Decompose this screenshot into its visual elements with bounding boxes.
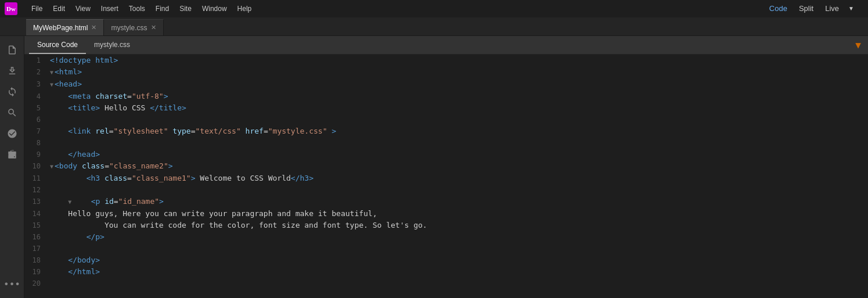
filter-icon[interactable]: ▼: [855, 40, 861, 51]
code-line-7: 7 <link rel="stylesheet" type="text/css"…: [24, 125, 868, 137]
code-line-17: 17: [24, 243, 868, 254]
live-dropdown-button[interactable]: ▼: [846, 4, 856, 13]
code-line-6: 6: [24, 114, 868, 125]
code-line-4: 4 <meta charset="utf-8">: [24, 91, 868, 102]
menu-find[interactable]: Find: [151, 3, 174, 14]
code-line-10: 10 ▼<body class="class_name2">: [24, 160, 868, 173]
menu-insert[interactable]: Insert: [96, 3, 123, 14]
code-line-1: 1 <!doctype html>: [24, 55, 868, 66]
mystyle-toolbar-tab[interactable]: mystyle.css: [86, 36, 138, 54]
sidebar-search-icon[interactable]: [3, 103, 21, 122]
tab-html-label: MyWebPage.html: [33, 24, 88, 32]
sidebar-new-file-icon[interactable]: [3, 41, 21, 59]
app-logo: Dw: [5, 2, 17, 15]
code-line-11: 11 <h3 class="class_name1"> Welcome to C…: [24, 173, 868, 184]
code-line-5: 5 <title> Hello CSS </title>: [24, 102, 868, 114]
code-line-14: 14 Hello guys, Here you can write your p…: [24, 208, 868, 220]
sidebar-more-icon[interactable]: •••: [3, 275, 21, 293]
menu-tools[interactable]: Tools: [124, 3, 150, 14]
menu-edit[interactable]: Edit: [48, 3, 70, 14]
source-code-toolbar-tab[interactable]: Source Code: [29, 36, 86, 54]
code-line-3: 3 ▼<head>: [24, 78, 868, 91]
code-view-button[interactable]: Code: [765, 3, 792, 14]
source-toolbar: Source Code mystyle.css ▼: [24, 36, 868, 55]
code-line-2: 2 ▼<html>: [24, 66, 868, 78]
menu-view[interactable]: View: [71, 3, 95, 14]
tab-css-label: mystyle.css: [111, 24, 147, 32]
tab-css[interactable]: mystyle.css ✕: [104, 19, 163, 35]
menu-site[interactable]: Site: [175, 3, 196, 14]
sidebar-database-icon[interactable]: [3, 145, 21, 164]
tab-css-close[interactable]: ✕: [151, 24, 156, 31]
code-line-18: 18 </body>: [24, 254, 868, 266]
menu-bar: File Edit View Insert Tools Find Site Wi…: [27, 3, 256, 14]
title-bar: Dw File Edit View Insert Tools Find Site…: [0, 0, 868, 17]
code-line-8: 8: [24, 137, 868, 149]
tab-bar: MyWebPage.html ✕ mystyle.css ✕: [0, 17, 868, 36]
code-line-9: 9 </head>: [24, 149, 868, 160]
code-line-19: 19 </html>: [24, 266, 868, 278]
menu-window[interactable]: Window: [197, 3, 232, 14]
menu-file[interactable]: File: [27, 3, 47, 14]
view-controls: Code Split Live ▼: [765, 3, 856, 14]
code-line-20: 20: [24, 278, 868, 289]
sidebar-upload-icon[interactable]: [3, 62, 21, 80]
code-line-16: 16 </p>: [24, 231, 868, 243]
tab-html[interactable]: MyWebPage.html ✕: [26, 19, 104, 35]
menu-help[interactable]: Help: [233, 3, 257, 14]
sidebar-git-icon[interactable]: [3, 124, 21, 143]
split-view-button[interactable]: Split: [794, 3, 818, 14]
code-editor: 1 <!doctype html> 2 ▼<html> 3 ▼<head> 4 …: [24, 55, 868, 298]
code-line-13: 13 ▼ <p id="id_name">: [24, 196, 868, 208]
code-line-12: 12: [24, 184, 868, 196]
sidebar: •••: [0, 36, 24, 298]
sidebar-refresh-icon[interactable]: [3, 82, 21, 101]
live-view-button[interactable]: Live: [820, 3, 844, 14]
tab-html-close[interactable]: ✕: [91, 24, 96, 31]
code-line-15: 15 You can write code for the color, fon…: [24, 220, 868, 231]
